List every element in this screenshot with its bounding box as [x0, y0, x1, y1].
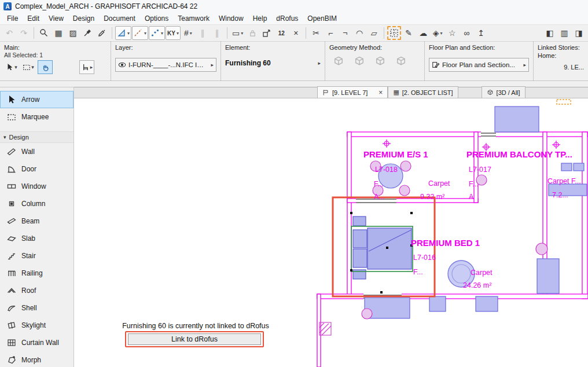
- zone-name-premium-es1[interactable]: PREMIUM E/S 1: [363, 149, 428, 159]
- tool-arrow[interactable]: Arrow: [0, 91, 74, 108]
- handle[interactable]: [350, 212, 352, 214]
- tool-window[interactable]: Window: [0, 178, 74, 195]
- tab-object-list[interactable]: ▦ [2. OBJECT LIST]: [388, 86, 458, 98]
- menu-help[interactable]: Help: [248, 13, 272, 24]
- undo-button[interactable]: ↶: [2, 26, 16, 40]
- star-button[interactable]: ☆: [445, 26, 459, 40]
- drag-button[interactable]: [260, 26, 274, 40]
- zone-area-short[interactable]: A: [469, 193, 473, 201]
- renovation-button[interactable]: ✎: [402, 26, 416, 40]
- menu-teamwork[interactable]: Teamwork: [173, 13, 214, 24]
- zone-code-l7-016[interactable]: L7-016: [413, 254, 436, 262]
- cabinet[interactable]: [476, 296, 498, 311]
- adjust-button[interactable]: ⌐: [324, 26, 337, 40]
- link-to-drofus-button[interactable]: Link to dRofus: [128, 333, 261, 345]
- zone-name-premium-bed1[interactable]: PREMIUM BED 1: [411, 238, 480, 248]
- chair[interactable]: [400, 161, 411, 171]
- tool-stair[interactable]: Stair: [0, 247, 74, 265]
- geometry-method-2-button[interactable]: [354, 56, 365, 69]
- coordinate-input-button[interactable]: KY▾: [166, 26, 181, 40]
- desk[interactable]: [537, 259, 559, 293]
- close-tab-icon[interactable]: ×: [378, 89, 383, 97]
- zone-finish-short[interactable]: F...: [469, 180, 479, 188]
- tool-roof[interactable]: Roof: [0, 282, 74, 299]
- navigator-button[interactable]: ▥: [557, 26, 571, 40]
- guide-lines-button[interactable]: ▾: [115, 26, 131, 40]
- lock-button[interactable]: [245, 26, 259, 40]
- wall-segment[interactable]: [347, 132, 351, 297]
- capture-button[interactable]: ▨: [66, 26, 80, 40]
- resize-button[interactable]: ▱: [367, 26, 381, 40]
- pillow[interactable]: [353, 230, 367, 248]
- tool-morph[interactable]: Morph: [0, 351, 74, 367]
- pillow[interactable]: [353, 249, 367, 267]
- marquee-mode-button[interactable]: ▾: [21, 60, 36, 74]
- split-button[interactable]: ✂: [309, 26, 323, 40]
- tool-railing[interactable]: Railing: [0, 265, 74, 282]
- chair[interactable]: [362, 309, 372, 319]
- layer-selector[interactable]: I-FURN-____-...N.IFC Import ▸: [115, 58, 216, 72]
- tool-wall[interactable]: Wall: [0, 143, 74, 160]
- cabinet[interactable]: [429, 296, 446, 311]
- nightstand[interactable]: [353, 216, 366, 226]
- selection-frame-button[interactable]: ▭▾: [230, 26, 245, 40]
- geometry-method-3-button[interactable]: [374, 56, 386, 69]
- tool-curtain-wall[interactable]: Curtain Wall: [0, 334, 74, 351]
- tool-shell[interactable]: Shell: [0, 299, 74, 317]
- zone-code-l7-017[interactable]: L7-017: [469, 166, 491, 174]
- favorites-button[interactable]: ◈▾: [431, 26, 444, 40]
- zone-finish[interactable]: Carpet: [471, 269, 493, 277]
- object-tool-button[interactable]: ▸: [79, 60, 94, 74]
- element-flyout-button[interactable]: ▸: [318, 60, 321, 66]
- menu-design[interactable]: Design: [68, 13, 99, 24]
- menu-drofus[interactable]: dRofus: [271, 13, 303, 24]
- zone-finish-short[interactable]: F...: [374, 180, 384, 188]
- snap-guides-button[interactable]: ▾: [132, 26, 148, 40]
- zone-name-premium-balcony[interactable]: PREMIUM BALCONY TP...: [466, 149, 572, 159]
- tool-marquee[interactable]: Marquee: [0, 108, 74, 126]
- tool-door[interactable]: Door: [0, 160, 74, 178]
- balcony-slab[interactable]: [495, 107, 539, 132]
- quick-options-button[interactable]: ▦: [52, 26, 65, 40]
- zone-area-short[interactable]: A...: [374, 193, 385, 201]
- tool-column[interactable]: Column: [0, 195, 74, 212]
- inject-parameters-button[interactable]: [95, 26, 109, 40]
- zone-area[interactable]: 7.2...: [552, 191, 568, 199]
- side-table[interactable]: [574, 163, 584, 171]
- handle[interactable]: [380, 291, 383, 293]
- grid-snap-button[interactable]: #▾: [181, 26, 195, 40]
- grab-mode-button[interactable]: [38, 60, 53, 74]
- rotated-grid-button[interactable]: ∥: [210, 26, 224, 40]
- arrow-mode-button[interactable]: ▾: [4, 60, 19, 74]
- handle[interactable]: [386, 247, 388, 249]
- tool-slab[interactable]: Slab: [0, 230, 74, 247]
- wall-segment[interactable]: [317, 294, 321, 367]
- zone-area[interactable]: 24.26 m²: [463, 281, 491, 289]
- delete-button[interactable]: ×: [289, 26, 303, 40]
- snap-points-button[interactable]: ▾: [149, 26, 165, 40]
- floor-plan-viewport[interactable]: PREMIUM E/S 1 L7-018 F... Carpet A... 9.…: [74, 98, 588, 367]
- design-group-header[interactable]: ▾ Design: [0, 131, 74, 143]
- skewed-grid-button[interactable]: ∥: [196, 26, 210, 40]
- hyperlink-button[interactable]: ∞: [460, 26, 473, 40]
- tab-level-7[interactable]: [9. LEVEL 7] ×: [317, 86, 388, 98]
- geometry-method-4-button[interactable]: [395, 56, 407, 69]
- dimension-button[interactable]: 12: [274, 26, 288, 40]
- side-table[interactable]: [561, 163, 572, 171]
- geometry-method-1-button[interactable]: [333, 56, 344, 69]
- zone-finish[interactable]: Carpet F...: [547, 177, 581, 185]
- menu-options[interactable]: Options: [140, 13, 173, 24]
- handle[interactable]: [410, 212, 413, 214]
- wall-segment[interactable]: [582, 132, 587, 299]
- tab-overview-button[interactable]: ◨: [572, 26, 586, 40]
- fillet-button[interactable]: ◠: [352, 26, 366, 40]
- chair[interactable]: [399, 185, 410, 196]
- desk-chair[interactable]: [536, 243, 547, 255]
- menu-edit[interactable]: Edit: [23, 13, 44, 24]
- menu-document[interactable]: Document: [99, 13, 140, 24]
- tool-beam[interactable]: Beam: [0, 212, 74, 230]
- publish-button[interactable]: ↥: [474, 26, 488, 40]
- pickup-parameters-button[interactable]: [80, 26, 94, 40]
- tab-3d-all[interactable]: [3D / All]: [482, 86, 525, 98]
- handle[interactable]: [350, 269, 352, 271]
